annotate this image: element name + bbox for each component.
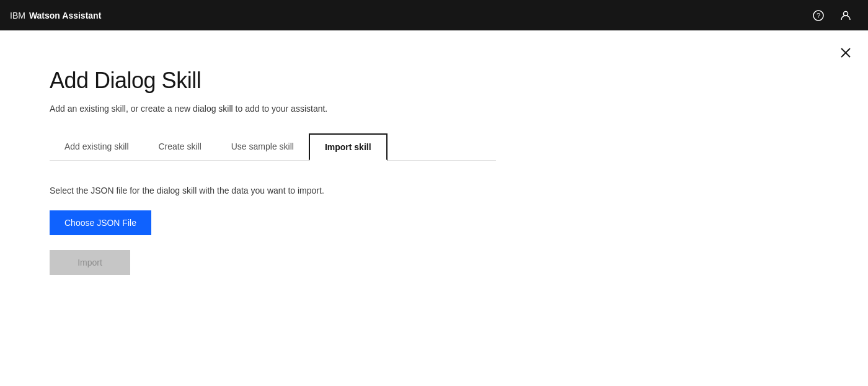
page-subtitle: Add an existing skill, or create a new d… xyxy=(50,104,818,114)
tab-add-existing[interactable]: Add existing skill xyxy=(50,133,144,161)
tab-create-skill[interactable]: Create skill xyxy=(144,133,216,161)
navbar-icons: ? xyxy=(806,3,858,28)
brand: IBM Watson Assistant xyxy=(10,11,101,20)
help-icon: ? xyxy=(813,10,824,21)
tab-use-sample[interactable]: Use sample skill xyxy=(216,133,309,161)
user-icon xyxy=(840,10,851,21)
import-content-area: Select the JSON file for the dialog skil… xyxy=(50,186,818,275)
watson-assistant-text: Watson Assistant xyxy=(29,11,101,20)
buttons-area: Choose JSON File Import xyxy=(50,210,818,275)
close-icon xyxy=(841,48,851,58)
ibm-logo-text: IBM xyxy=(10,11,25,20)
close-button[interactable] xyxy=(833,40,858,65)
svg-text:?: ? xyxy=(817,12,820,19)
main-content: Add Dialog Skill Add an existing skill, … xyxy=(0,30,868,300)
tabs-container: Add existing skill Create skill Use samp… xyxy=(50,133,496,161)
user-icon-button[interactable] xyxy=(833,3,858,28)
choose-json-file-button[interactable]: Choose JSON File xyxy=(50,210,151,235)
import-description: Select the JSON file for the dialog skil… xyxy=(50,186,818,195)
navbar: IBM Watson Assistant ? xyxy=(0,0,868,30)
help-icon-button[interactable]: ? xyxy=(806,3,831,28)
page-title: Add Dialog Skill xyxy=(50,68,818,94)
import-button[interactable]: Import xyxy=(50,250,130,275)
tab-import-skill[interactable]: Import skill xyxy=(309,133,388,161)
